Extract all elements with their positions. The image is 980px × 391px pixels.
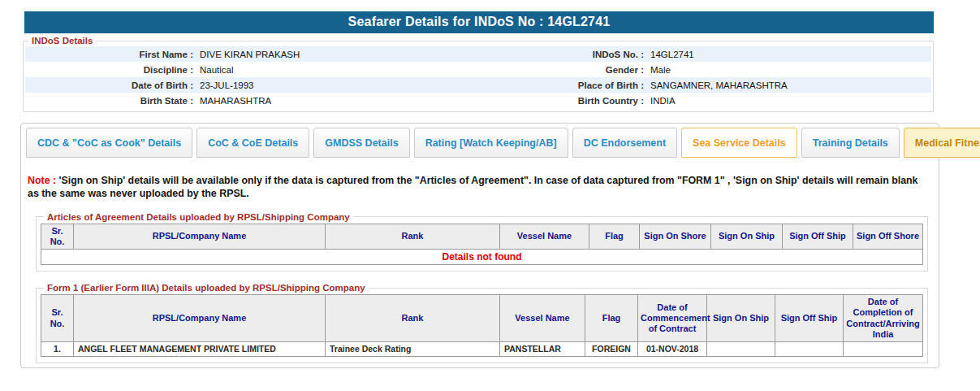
field-label: Place of Birth : [481, 80, 648, 90]
details-not-found-message: Details not found [41, 250, 923, 265]
indos-detail-row: Date of Birth :23-JUL-1993Place of Birth… [25, 77, 931, 93]
tab-content-panel: CDC & "CoC as Cook" DetailsCoC & CoE Det… [20, 123, 939, 368]
field-value: SANGAMNER, MAHARASHTRA [648, 80, 931, 90]
cell-rpsl-company-name: ANGEL FLEET MANAGEMENT PRIVATE LIMITED [74, 341, 326, 356]
note-text: 'Sign on Ship' details will be available… [28, 175, 918, 199]
column-header-flag: Flag [585, 295, 638, 342]
tab-training-details[interactable]: Training Details [801, 128, 900, 158]
indos-details-fieldset: INDoS Details First Name :DIVE KIRAN PRA… [23, 36, 934, 112]
cell-flag: FOREIGN [585, 341, 638, 356]
tab-bar: CDC & "CoC as Cook" DetailsCoC & CoE Det… [26, 128, 932, 158]
field-value: 14GL2741 [648, 50, 931, 59]
column-header-flag: Flag [589, 224, 640, 249]
field-label: Birth State : [25, 96, 197, 106]
field-label: First Name : [25, 50, 197, 59]
field-label: Gender : [481, 65, 648, 75]
cell-date-of-completion-of-contract-arriving-india [844, 341, 923, 356]
cell-rank: Trainee Deck Rating [326, 341, 500, 356]
field-value: INDIA [648, 96, 931, 106]
tab-coc-coe-details[interactable]: CoC & CoE Details [196, 128, 309, 158]
field-label: Discipline : [25, 65, 197, 75]
field-label: Birth Country : [481, 96, 648, 106]
field-label: Date of Birth : [25, 80, 197, 90]
cell-sign-on-ship [707, 341, 775, 356]
field-value: DIVE KIRAN PRAKASH [197, 50, 481, 59]
column-header-vessel-name: Vessel Name [500, 295, 585, 342]
indos-details-legend: INDoS Details [28, 36, 96, 46]
field-value: 23-JUL-1993 [197, 80, 481, 90]
field-value: Male [648, 65, 931, 75]
column-header-sign-on-shore: Sign On Shore [640, 224, 711, 249]
agreement-details-fieldset: Articles of Agreement Details uploaded b… [36, 212, 928, 272]
tab-cdc-coc-as-cook-details[interactable]: CDC & "CoC as Cook" Details [26, 128, 192, 158]
field-label: INDoS No. : [481, 50, 648, 59]
table-header-row: Sr. No.RPSL/Company NameRankVessel NameF… [41, 224, 923, 249]
cell-sign-off-ship [775, 341, 844, 356]
sign-on-ship-note: Note : 'Sign on Ship' details will be av… [28, 174, 929, 201]
field-value: Nautical [197, 65, 481, 75]
field-value: MAHARASHTRA [197, 96, 481, 106]
column-header-rank: Rank [326, 224, 500, 249]
column-header-rpsl-company-name: RPSL/Company Name [74, 224, 326, 249]
column-header-sign-on-ship: Sign On Ship [711, 224, 783, 249]
cell-sr-no: 1. [41, 341, 74, 356]
column-header-vessel-name: Vessel Name [500, 224, 589, 249]
agreement-details-legend: Articles of Agreement Details uploaded b… [44, 212, 353, 222]
indos-detail-row: Birth State :MAHARASHTRABirth Country :I… [25, 93, 931, 108]
note-prefix: Note : [28, 175, 56, 186]
page-title: Seafarer Details for INDoS No : 14GL2741 [24, 11, 934, 33]
column-header-date-of-commencement-of-contract: Date of Commencement of Contract [638, 295, 707, 342]
column-header-sr-no: Sr. No. [41, 224, 74, 249]
table-empty-row: Details not found [41, 250, 923, 265]
column-header-rpsl-company-name: RPSL/Company Name [74, 295, 326, 342]
tab-dc-endorsement[interactable]: DC Endorsement [572, 128, 677, 158]
cell-vessel-name: PANSTELLAR [500, 341, 585, 356]
form1-details-table: Sr. No.RPSL/Company NameRankVessel NameF… [41, 294, 923, 357]
tab-medical-fitness-certificate[interactable]: Medical Fitness Certificate [904, 128, 980, 158]
column-header-sign-off-ship: Sign Off Ship [783, 224, 853, 249]
column-header-sign-off-shore: Sign Off Shore [853, 224, 923, 249]
column-header-sr-no: Sr. No. [41, 295, 74, 342]
table-header-row: Sr. No.RPSL/Company NameRankVessel NameF… [41, 295, 923, 342]
cell-date-of-commencement-of-contract: 01-NOV-2018 [638, 341, 707, 356]
indos-detail-row: First Name :DIVE KIRAN PRAKASHINDoS No. … [25, 46, 931, 62]
indos-detail-row: Discipline :NauticalGender :Male [25, 62, 931, 77]
column-header-sign-on-ship: Sign On Ship [707, 295, 775, 342]
column-header-sign-off-ship: Sign Off Ship [775, 295, 844, 342]
indos-details-grid: First Name :DIVE KIRAN PRAKASHINDoS No. … [25, 46, 931, 108]
tab-gmdss-details[interactable]: GMDSS Details [313, 128, 409, 158]
table-row: 1.ANGEL FLEET MANAGEMENT PRIVATE LIMITED… [41, 341, 923, 356]
agreement-details-table: Sr. No.RPSL/Company NameRankVessel NameF… [41, 224, 923, 265]
column-header-rank: Rank [326, 295, 500, 342]
column-header-date-of-completion-of-contract-arriving-india: Date of Completion of Contract/Arriving … [844, 295, 923, 342]
tab-sea-service-details[interactable]: Sea Service Details [681, 128, 797, 158]
form1-details-legend: Form 1 (Earlier Form IIIA) Details uploa… [44, 283, 369, 293]
form1-details-fieldset: Form 1 (Earlier Form IIIA) Details uploa… [36, 283, 928, 363]
tab-rating-watch-keeping-ab[interactable]: Rating [Watch Keeping/AB] [414, 128, 568, 158]
